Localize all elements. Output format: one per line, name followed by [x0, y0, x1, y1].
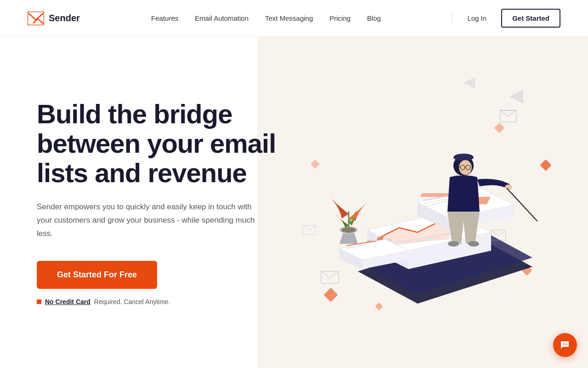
svg-point-42: [448, 241, 459, 247]
nav-features[interactable]: Features: [151, 14, 178, 22]
cta-button[interactable]: Get Started For Free: [37, 261, 157, 289]
hero-content: Build the bridge between your email list…: [0, 63, 323, 342]
nav-divider: [452, 13, 452, 24]
note-link[interactable]: No Credit Card: [45, 298, 90, 305]
navigation: Sender Features Email Automation Text Me…: [0, 0, 588, 37]
get-started-nav-button[interactable]: Get Started: [501, 9, 560, 28]
note-dot: [37, 299, 41, 304]
nav-blog[interactable]: Blog: [367, 14, 381, 22]
hero-note: No Credit Card Required. Cancel Anytime.: [37, 298, 296, 305]
nav-links: Features Email Automation Text Messaging…: [151, 14, 381, 22]
note-text: Required. Cancel Anytime.: [94, 298, 170, 305]
svg-marker-5: [464, 77, 475, 88]
hero-subtitle: Sender empowers you to quickly and easil…: [37, 201, 257, 241]
svg-point-43: [468, 241, 479, 247]
svg-line-40: [459, 167, 460, 167]
logo[interactable]: Sender: [28, 12, 80, 25]
svg-rect-9: [375, 303, 383, 310]
nav-pricing[interactable]: Pricing: [329, 14, 351, 22]
nav-text-messaging[interactable]: Text Messaging: [265, 14, 313, 22]
svg-rect-52: [494, 123, 505, 133]
svg-point-54: [565, 344, 565, 345]
brand-name: Sender: [49, 13, 80, 23]
svg-point-55: [566, 344, 567, 345]
svg-rect-0: [28, 12, 44, 25]
svg-rect-6: [540, 159, 551, 171]
svg-point-35: [453, 154, 474, 161]
svg-marker-2: [509, 90, 523, 104]
chat-icon: [560, 339, 571, 351]
login-button[interactable]: Log In: [462, 11, 492, 26]
svg-marker-4: [500, 110, 516, 116]
nav-actions: Log In Get Started: [452, 9, 560, 28]
svg-point-53: [563, 344, 564, 345]
chat-button[interactable]: [553, 333, 577, 357]
svg-point-41: [505, 184, 512, 190]
hero-title: Build the bridge between your email list…: [37, 99, 296, 187]
hero-section: Build the bridge between your email list…: [0, 37, 588, 368]
svg-rect-7: [323, 288, 338, 302]
logo-icon: [28, 12, 44, 25]
nav-email-automation[interactable]: Email Automation: [195, 14, 249, 22]
